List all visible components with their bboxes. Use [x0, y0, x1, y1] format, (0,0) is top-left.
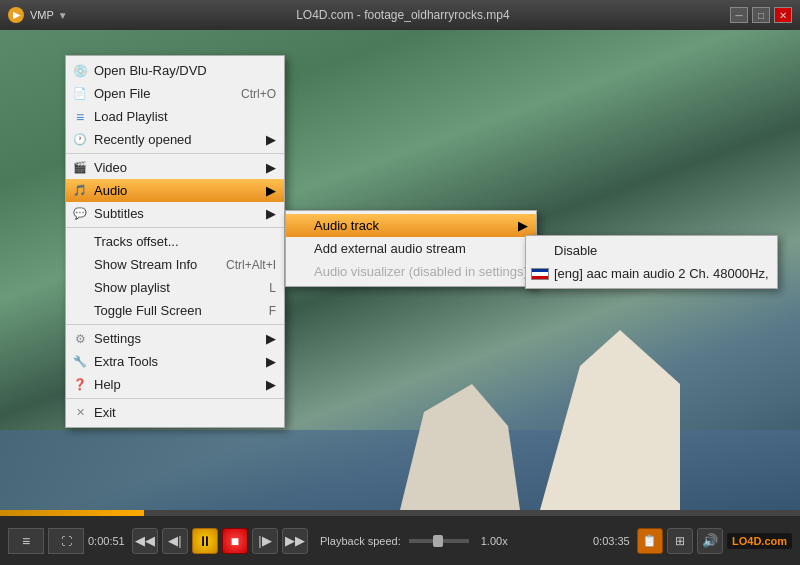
context-menu-container: Open Blu-Ray/DVD Open File Ctrl+O Load P…: [65, 55, 285, 428]
menu-item-load-playlist[interactable]: Load Playlist: [66, 105, 284, 128]
audio-track-submenu: Disable [eng] aac main audio 2 Ch. 48000…: [525, 235, 778, 289]
tools-icon: [70, 355, 90, 368]
audio-track-submenu-arrow: ▶: [508, 218, 528, 233]
speed-slider[interactable]: [409, 539, 469, 543]
prev-button[interactable]: ◀|: [162, 528, 188, 554]
logo-badge: LO4D.com: [727, 533, 792, 549]
video-submenu-arrow: ▶: [256, 160, 276, 175]
progress-bar[interactable]: [0, 510, 800, 516]
audio-icon: [70, 184, 90, 197]
fullscreen-button[interactable]: ⛶: [48, 528, 84, 554]
minimize-button[interactable]: ─: [730, 7, 748, 23]
next-frame-button[interactable]: |▶: [252, 528, 278, 554]
stop-button[interactable]: ■: [222, 528, 248, 554]
help-submenu-arrow: ▶: [256, 377, 276, 392]
window-title: LO4D.com - footage_oldharryrocks.mp4: [76, 8, 730, 22]
sea-decoration: [0, 430, 800, 510]
menu-item-audio[interactable]: Audio ▶: [66, 179, 284, 202]
window-controls: ─ □ ✕: [730, 7, 792, 23]
clock-icon: [70, 133, 90, 146]
audio-submenu: Audio track ▶ Add external audio stream …: [285, 210, 537, 287]
menu-dropdown-arrow[interactable]: ▼: [58, 10, 68, 21]
menu-item-extra-tools[interactable]: Extra Tools ▶: [66, 350, 284, 373]
rewind-button[interactable]: ◀◀: [132, 528, 158, 554]
exit-icon: [70, 406, 90, 419]
pause-button[interactable]: ⏸: [192, 528, 218, 554]
tools-submenu-arrow: ▶: [256, 354, 276, 369]
fullscreen-icon: ⛶: [61, 535, 72, 547]
progress-fill: [0, 510, 144, 516]
list-icon: [70, 109, 90, 125]
menu-item-open-file[interactable]: Open File Ctrl+O: [66, 82, 284, 105]
gear-icon: [70, 332, 90, 346]
time-current: 0:00:51: [88, 535, 128, 547]
playlist-icon-button[interactable]: 📋: [637, 528, 663, 554]
menu-item-toggle-fullscreen[interactable]: Toggle Full Screen F: [66, 299, 284, 322]
audio-track-item-disable[interactable]: Disable: [526, 239, 777, 262]
audio-submenu-item-track[interactable]: Audio track ▶: [286, 214, 536, 237]
subtitles-icon: [70, 207, 90, 220]
menu-item-settings[interactable]: Settings ▶: [66, 327, 284, 350]
audio-submenu-item-visualizer: Audio visualizer (disabled in settings): [286, 260, 536, 283]
menu-item-recently-opened[interactable]: Recently opened ▶: [66, 128, 284, 151]
bottom-bar: ≡ ⛶ 0:00:51 ◀◀ ◀| ⏸ ■ |▶ ▶▶ Playback spe…: [0, 510, 800, 565]
right-controls: 0:03:35 📋 ⊞ 🔊 LO4D.com: [593, 528, 792, 554]
app-icon: ▶: [8, 7, 24, 23]
volume-button[interactable]: 🔊: [697, 528, 723, 554]
help-icon: [70, 378, 90, 391]
menu-item-exit[interactable]: Exit: [66, 401, 284, 424]
file-icon: [70, 87, 90, 100]
main-menu: Open Blu-Ray/DVD Open File Ctrl+O Load P…: [65, 55, 285, 428]
separator-1: [66, 153, 284, 154]
time-total: 0:03:35: [593, 535, 633, 547]
title-bar-menu: VMP ▼: [30, 9, 68, 21]
title-bar: ▶ VMP ▼ LO4D.com - footage_oldharryrocks…: [0, 0, 800, 30]
subtitles-submenu-arrow: ▶: [256, 206, 276, 221]
menu-item-open-bluray[interactable]: Open Blu-Ray/DVD: [66, 59, 284, 82]
video-icon: [70, 161, 90, 174]
menu-item-show-playlist[interactable]: Show playlist L: [66, 276, 284, 299]
menu-item-tracks-offset[interactable]: Tracks offset...: [66, 230, 284, 253]
menu-item-subtitles[interactable]: Subtitles ▶: [66, 202, 284, 225]
close-button[interactable]: ✕: [774, 7, 792, 23]
audio-track-item-eng[interactable]: [eng] aac main audio 2 Ch. 48000Hz,: [526, 262, 777, 285]
controls-row: ≡ ⛶ 0:00:51 ◀◀ ◀| ⏸ ■ |▶ ▶▶ Playback spe…: [0, 516, 800, 565]
speed-value: 1.00x: [481, 535, 508, 547]
app-name-label[interactable]: VMP: [30, 9, 54, 21]
maximize-button[interactable]: □: [752, 7, 770, 23]
submenu-arrow: ▶: [256, 132, 276, 147]
flag-icon: [530, 268, 550, 280]
disc-icon: [70, 64, 90, 78]
sidebar-icon: ≡: [22, 533, 30, 549]
audio-submenu-item-add-external[interactable]: Add external audio stream: [286, 237, 536, 260]
settings-submenu-arrow: ▶: [256, 331, 276, 346]
next-button[interactable]: ▶▶: [282, 528, 308, 554]
chapters-button[interactable]: ⊞: [667, 528, 693, 554]
separator-2: [66, 227, 284, 228]
separator-4: [66, 398, 284, 399]
audio-submenu-arrow: ▶: [256, 183, 276, 198]
separator-3: [66, 324, 284, 325]
sidebar-toggle-button[interactable]: ≡: [8, 528, 44, 554]
speed-knob[interactable]: [433, 535, 443, 547]
menu-item-show-stream-info[interactable]: Show Stream Info Ctrl+Alt+I: [66, 253, 284, 276]
menu-item-help[interactable]: Help ▶: [66, 373, 284, 396]
speed-label: Playback speed:: [320, 535, 401, 547]
menu-item-video[interactable]: Video ▶: [66, 156, 284, 179]
